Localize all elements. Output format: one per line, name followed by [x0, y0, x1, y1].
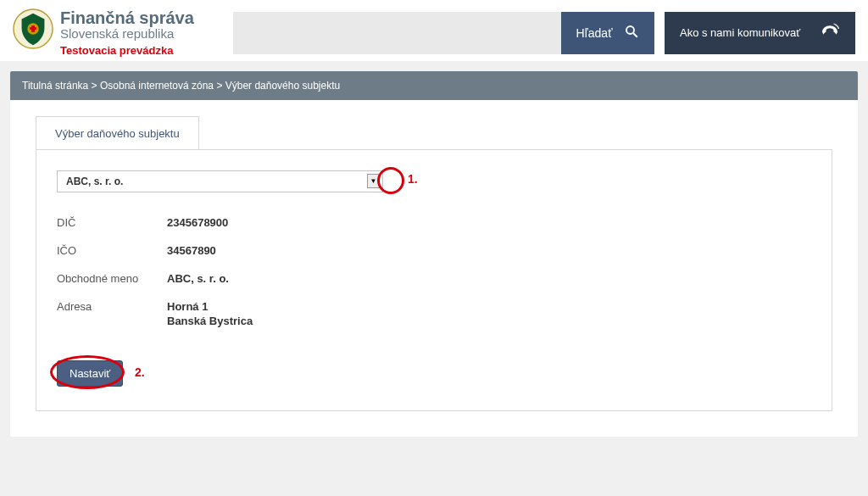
- svg-point-4: [626, 26, 634, 34]
- tab-label: Výber daňového subjektu: [55, 127, 180, 140]
- name-label: Obchodné meno: [57, 272, 167, 287]
- phone-icon: [820, 23, 840, 42]
- subject-select[interactable]: ABC, s. r. o. ▼: [57, 170, 383, 192]
- detail-row-dic: DIČ 2345678900: [57, 216, 811, 231]
- test-mode-label: Testovacia prevádzka: [60, 44, 194, 57]
- tab-subject-select[interactable]: Výber daňového subjektu: [36, 116, 199, 150]
- search-icon: [624, 24, 639, 42]
- detail-row-address: Adresa Horná 1 Banská Bystrica: [57, 300, 811, 329]
- subject-select-value: ABC, s. r. o.: [57, 170, 383, 192]
- title-block: Finančná správa Slovenská republika Test…: [60, 8, 194, 57]
- logo-block: Finančná správa Slovenská republika Test…: [13, 8, 225, 57]
- tab-row: Výber daňového subjektu: [36, 115, 832, 149]
- annotation-circle-1: [377, 167, 404, 194]
- tab-content: ABC, s. r. o. ▼ 1. DIČ 2345678900 IČO 34…: [36, 149, 832, 411]
- address-line1: Horná 1: [167, 300, 253, 315]
- actions: Nastaviť 2.: [57, 360, 811, 387]
- subject-details: DIČ 2345678900 IČO 34567890 Obchodné men…: [57, 216, 811, 328]
- breadcrumb: Titulná stránka > Osobná internetová zón…: [10, 71, 858, 100]
- header: Finančná správa Slovenská republika Test…: [0, 0, 868, 61]
- detail-row-name: Obchodné meno ABC, s. r. o.: [57, 272, 811, 287]
- address-line2: Banská Bystrica: [167, 315, 253, 329]
- address-label: Adresa: [57, 300, 167, 329]
- breadcrumb-sep: >: [92, 80, 100, 92]
- communicate-label: Ako s nami komunikovať: [680, 26, 800, 39]
- detail-row-ico: IČO 34567890: [57, 244, 811, 259]
- dic-label: DIČ: [57, 216, 167, 231]
- address-value: Horná 1 Banská Bystrica: [167, 300, 253, 329]
- main-panel: Výber daňového subjektu ABC, s. r. o. ▼ …: [10, 100, 858, 437]
- search-input[interactable]: [242, 26, 553, 40]
- breadcrumb-current: Výber daňového subjektu: [225, 80, 340, 92]
- svg-line-5: [634, 33, 638, 37]
- search-button-label: Hľadať: [576, 26, 613, 40]
- breadcrumb-home[interactable]: Titulná stránka: [22, 80, 88, 92]
- breadcrumb-sep: >: [216, 80, 225, 92]
- search-bar: Hľadať: [233, 12, 654, 54]
- breadcrumb-zone[interactable]: Osobná internetová zóna: [100, 80, 214, 92]
- svg-rect-3: [30, 27, 36, 30]
- app-subtitle: Slovenská republika: [60, 26, 194, 41]
- annotation-label-1: 1.: [408, 172, 418, 186]
- app-logo: [13, 8, 53, 49]
- ico-label: IČO: [57, 244, 167, 259]
- annotation-label-2: 2.: [135, 365, 145, 379]
- dic-value: 2345678900: [167, 216, 228, 231]
- communicate-button[interactable]: Ako s nami komunikovať: [665, 12, 855, 54]
- search-button[interactable]: Hľadať: [561, 12, 654, 54]
- page-body: Titulná stránka > Osobná internetová zón…: [0, 61, 868, 447]
- name-value: ABC, s. r. o.: [167, 272, 229, 287]
- app-title: Finančná správa: [60, 8, 194, 28]
- ico-value: 34567890: [167, 244, 216, 259]
- search-input-wrap: [233, 12, 561, 54]
